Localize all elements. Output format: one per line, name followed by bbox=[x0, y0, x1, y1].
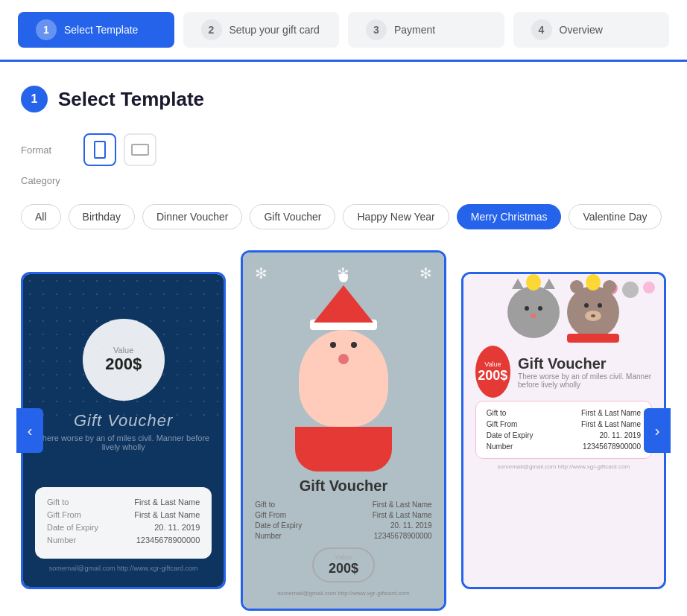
bear-ornament bbox=[586, 272, 601, 290]
bear-figure bbox=[567, 286, 619, 338]
santa-right-eye bbox=[351, 342, 357, 348]
dot-2 bbox=[622, 282, 639, 298]
cat-btn-happy-new-year[interactable]: Happy New Year bbox=[343, 204, 449, 229]
card3-field-1-val: First & Last Name bbox=[581, 420, 641, 428]
step-2-num: 2 bbox=[201, 19, 222, 40]
card3-title: Gift Voucher bbox=[518, 355, 652, 372]
card2-field-3-val: 12345678900000 bbox=[374, 532, 432, 540]
card1-value: 200$ bbox=[105, 355, 142, 374]
cat-right-ear bbox=[543, 279, 555, 289]
cat-btn-merry-christmas[interactable]: Merry Christmas bbox=[457, 204, 562, 229]
step-2-label: Setup your gift card bbox=[229, 24, 320, 36]
card2-field-2-val: 20. 11. 2019 bbox=[390, 521, 432, 530]
card3-animals bbox=[507, 286, 619, 338]
page-title: Select Template bbox=[58, 88, 204, 111]
section-num: 1 bbox=[21, 86, 48, 112]
step-3-num: 3 bbox=[366, 19, 387, 40]
card2-body: ✻ ✻ ✻ bbox=[243, 253, 443, 609]
card2-fields: Gift to First & Last Name Gift From Firs… bbox=[255, 501, 431, 540]
format-landscape-button[interactable] bbox=[124, 133, 156, 166]
card2-field-2-key: Date of Expiry bbox=[255, 521, 302, 530]
santa-face bbox=[299, 330, 388, 427]
cat-btn-birthday[interactable]: Birthday bbox=[69, 204, 135, 229]
dot-3 bbox=[643, 282, 655, 293]
santa-coat bbox=[295, 427, 392, 471]
card1-field-2: Date of Expiry 20. 11. 2019 bbox=[47, 523, 200, 532]
step-4[interactable]: 4 Overview bbox=[513, 12, 670, 48]
step-4-num: 4 bbox=[531, 19, 552, 40]
cat-eyes bbox=[525, 306, 542, 311]
card2-footer: somemail@gmail.com http://www.xgr-giftca… bbox=[277, 590, 410, 597]
format-label: Format bbox=[21, 145, 66, 156]
cat-btn-gift-voucher[interactable]: Gift Voucher bbox=[250, 204, 335, 229]
cat-face bbox=[525, 306, 542, 318]
card2-value: 200$ bbox=[329, 561, 358, 577]
template-card-1[interactable]: Value 200$ Gift Voucher There worse by a… bbox=[21, 272, 226, 589]
santa-illustration bbox=[295, 285, 392, 471]
card1-detail-box: Gift to First & Last Name Gift From Firs… bbox=[35, 487, 212, 559]
step-1-label: Select Template bbox=[64, 24, 138, 36]
bear-right-eye bbox=[598, 303, 602, 308]
bear-scarf bbox=[567, 334, 619, 343]
step-2[interactable]: 2 Setup your gift card bbox=[183, 12, 340, 48]
step-3[interactable]: 3 Payment bbox=[348, 12, 504, 48]
bear-eyes bbox=[584, 303, 602, 308]
templates-wrapper: ‹ Value 200$ Gift Voucher There worse by… bbox=[21, 250, 666, 611]
bear-right-ear bbox=[603, 280, 616, 293]
nav-prev-button[interactable]: ‹ bbox=[16, 408, 43, 453]
main-content: 1 Select Template Format Category All Bi… bbox=[0, 62, 687, 616]
card1-field-1: Gift From First & Last Name bbox=[47, 510, 200, 519]
card2-field-1: Gift From First & Last Name bbox=[255, 511, 431, 519]
card2-field-2: Date of Expiry 20. 11. 2019 bbox=[255, 521, 431, 530]
card3-subtitle: There worse by an of miles civil. Manner… bbox=[518, 372, 652, 389]
card1-field-0-val: First & Last Name bbox=[134, 498, 200, 507]
card3-title-area: Gift Voucher There worse by an of miles … bbox=[518, 355, 652, 389]
card3-detail-box: Gift to First & Last Name Gift From Firs… bbox=[475, 401, 652, 459]
card2-field-3: Number 12345678900000 bbox=[255, 532, 431, 540]
card3-field-3-key: Number bbox=[487, 442, 513, 451]
card3-field-1-key: Gift From bbox=[487, 420, 518, 428]
card3-value-section: Value 200$ Gift Voucher There worse by a… bbox=[475, 346, 652, 398]
format-portrait-button[interactable] bbox=[83, 133, 116, 166]
bear-ornament-ball bbox=[586, 274, 601, 290]
ornament-ball bbox=[526, 274, 541, 290]
card2-field-1-key: Gift From bbox=[255, 511, 286, 519]
card3-field-0-val: First & Last Name bbox=[581, 409, 641, 417]
cat-figure bbox=[507, 286, 560, 338]
category-filter-row: Category All Birthday Dinner Voucher Gif… bbox=[21, 175, 666, 229]
cat-btn-valentine-day[interactable]: Valentine Day bbox=[569, 204, 661, 229]
category-buttons: All Birthday Dinner Voucher Gift Voucher… bbox=[21, 204, 662, 229]
cat-left-eye bbox=[525, 306, 529, 311]
bear-left-ear bbox=[570, 280, 583, 293]
card2-title: Gift Voucher bbox=[300, 477, 388, 495]
stepper: 1 Select Template 2 Setup your gift card… bbox=[0, 0, 687, 62]
nav-next-button[interactable]: › bbox=[644, 408, 671, 453]
card1-field-2-key: Date of Expiry bbox=[47, 523, 98, 532]
cat-btn-dinner-voucher[interactable]: Dinner Voucher bbox=[142, 204, 243, 229]
snowflake-3: ✻ bbox=[420, 264, 432, 282]
card2-field-0-val: First & Last Name bbox=[373, 501, 432, 509]
card1-field-3: Number 12345678900000 bbox=[47, 536, 200, 544]
cat-ornament bbox=[526, 272, 541, 290]
card3-field-3-val: 12345678900000 bbox=[583, 442, 641, 451]
card3-field-3: Number 12345678900000 bbox=[487, 442, 641, 451]
step-1[interactable]: 1 Select Template bbox=[18, 12, 174, 48]
card1-value-label: Value bbox=[113, 346, 133, 355]
card3-field-0: Gift to First & Last Name bbox=[487, 409, 641, 417]
card3-body: Value 200$ Gift Voucher There worse by a… bbox=[463, 274, 664, 587]
santa-eyes bbox=[330, 342, 357, 348]
cat-left-ear bbox=[512, 279, 524, 289]
step-3-label: Payment bbox=[394, 24, 435, 36]
template-card-3[interactable]: Value 200$ Gift Voucher There worse by a… bbox=[461, 272, 666, 589]
template-card-2[interactable]: ✻ ✻ ✻ bbox=[241, 250, 446, 611]
bear-face bbox=[584, 303, 602, 321]
card1-field-3-val: 12345678900000 bbox=[136, 536, 200, 544]
card1-value-circle: Value 200$ bbox=[83, 319, 165, 401]
step-1-num: 1 bbox=[36, 19, 57, 40]
bear-left-eye bbox=[584, 303, 589, 308]
cat-btn-all[interactable]: All bbox=[21, 204, 61, 229]
card3-field-0-key: Gift to bbox=[487, 409, 507, 417]
cat-nose bbox=[531, 314, 536, 318]
card1-footer: somemail@gmail.com http://www.xgr-giftca… bbox=[49, 565, 198, 572]
card1-field-2-val: 20. 11. 2019 bbox=[154, 523, 200, 532]
